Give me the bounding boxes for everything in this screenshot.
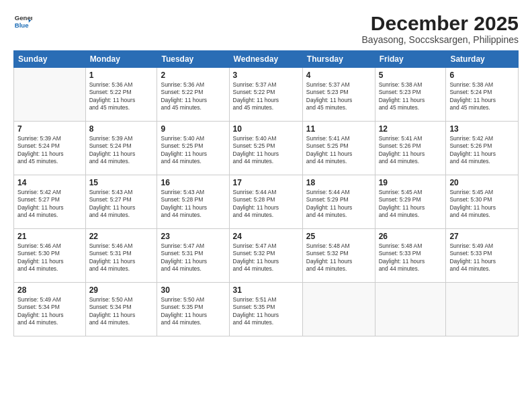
col-friday: Friday [375,51,446,68]
table-row: 19Sunrise: 5:45 AM Sunset: 5:29 PM Dayli… [375,175,446,229]
day-number: 13 [449,124,515,134]
col-sunday: Sunday [14,51,86,68]
day-info: Sunrise: 5:46 AM Sunset: 5:31 PM Dayligh… [89,242,154,273]
day-number: 16 [161,178,225,187]
table-row: 8Sunrise: 5:39 AM Sunset: 5:24 PM Daylig… [85,122,157,175]
calendar-week-row: 28Sunrise: 5:49 AM Sunset: 5:34 PM Dayli… [14,283,519,336]
day-info: Sunrise: 5:47 AM Sunset: 5:32 PM Dayligh… [233,242,299,273]
table-row: 17Sunrise: 5:44 AM Sunset: 5:28 PM Dayli… [229,175,302,229]
day-info: Sunrise: 5:51 AM Sunset: 5:35 PM Dayligh… [233,296,299,327]
table-row: 14Sunrise: 5:42 AM Sunset: 5:27 PM Dayli… [14,175,86,229]
day-number: 22 [89,232,154,241]
day-number: 11 [306,124,371,134]
calendar-week-row: 1Sunrise: 5:36 AM Sunset: 5:22 PM Daylig… [14,68,519,122]
table-row [14,68,86,122]
day-info: Sunrise: 5:41 AM Sunset: 5:26 PM Dayligh… [379,135,443,166]
day-number: 3 [233,71,299,80]
day-number: 12 [379,124,443,134]
day-info: Sunrise: 5:45 AM Sunset: 5:30 PM Dayligh… [449,189,515,220]
table-row: 27Sunrise: 5:49 AM Sunset: 5:33 PM Dayli… [446,229,519,283]
day-info: Sunrise: 5:48 AM Sunset: 5:32 PM Dayligh… [306,242,371,273]
logo: General Blue [13,12,32,31]
month-title: December 2025 [362,12,519,34]
day-number: 29 [89,285,154,295]
header: General Blue December 2025 Bayasong, Soc… [13,12,519,45]
table-row: 15Sunrise: 5:43 AM Sunset: 5:27 PM Dayli… [85,175,157,229]
table-row: 12Sunrise: 5:41 AM Sunset: 5:26 PM Dayli… [375,122,446,175]
table-row: 4Sunrise: 5:37 AM Sunset: 5:23 PM Daylig… [302,68,375,122]
day-number: 10 [233,124,299,134]
day-info: Sunrise: 5:41 AM Sunset: 5:25 PM Dayligh… [306,135,371,166]
day-info: Sunrise: 5:49 AM Sunset: 5:33 PM Dayligh… [449,242,515,273]
day-number: 6 [449,71,515,80]
day-number: 5 [379,71,443,80]
page: General Blue December 2025 Bayasong, Soc… [0,0,532,411]
day-info: Sunrise: 5:36 AM Sunset: 5:22 PM Dayligh… [161,81,225,112]
day-info: Sunrise: 5:43 AM Sunset: 5:28 PM Dayligh… [161,189,225,220]
table-row: 21Sunrise: 5:46 AM Sunset: 5:30 PM Dayli… [14,229,86,283]
table-row: 11Sunrise: 5:41 AM Sunset: 5:25 PM Dayli… [302,122,375,175]
logo-icon: General Blue [13,12,32,31]
table-row: 23Sunrise: 5:47 AM Sunset: 5:31 PM Dayli… [157,229,229,283]
day-number: 9 [161,124,225,134]
day-number: 15 [89,178,154,187]
day-number: 7 [17,124,82,134]
title-block: December 2025 Bayasong, Soccsksargen, Ph… [362,12,519,45]
day-info: Sunrise: 5:36 AM Sunset: 5:22 PM Dayligh… [89,81,154,112]
day-info: Sunrise: 5:42 AM Sunset: 5:27 PM Dayligh… [17,189,82,220]
day-number: 4 [306,71,371,80]
day-number: 28 [17,285,82,295]
table-row: 29Sunrise: 5:50 AM Sunset: 5:34 PM Dayli… [85,283,157,336]
table-row: 2Sunrise: 5:36 AM Sunset: 5:22 PM Daylig… [157,68,229,122]
day-info: Sunrise: 5:44 AM Sunset: 5:28 PM Dayligh… [233,189,299,220]
day-info: Sunrise: 5:48 AM Sunset: 5:33 PM Dayligh… [379,242,443,273]
calendar-week-row: 21Sunrise: 5:46 AM Sunset: 5:30 PM Dayli… [14,229,519,283]
day-info: Sunrise: 5:37 AM Sunset: 5:23 PM Dayligh… [306,81,371,112]
table-row: 1Sunrise: 5:36 AM Sunset: 5:22 PM Daylig… [85,68,157,122]
day-number: 20 [449,178,515,187]
day-number: 14 [17,178,82,187]
day-info: Sunrise: 5:39 AM Sunset: 5:24 PM Dayligh… [17,135,82,166]
col-monday: Monday [85,51,157,68]
day-info: Sunrise: 5:49 AM Sunset: 5:34 PM Dayligh… [17,296,82,327]
table-row [375,283,446,336]
day-info: Sunrise: 5:37 AM Sunset: 5:22 PM Dayligh… [233,81,299,112]
table-row: 16Sunrise: 5:43 AM Sunset: 5:28 PM Dayli… [157,175,229,229]
day-info: Sunrise: 5:42 AM Sunset: 5:26 PM Dayligh… [449,135,515,166]
table-row: 26Sunrise: 5:48 AM Sunset: 5:33 PM Dayli… [375,229,446,283]
day-info: Sunrise: 5:39 AM Sunset: 5:24 PM Dayligh… [89,135,154,166]
table-row: 30Sunrise: 5:50 AM Sunset: 5:35 PM Dayli… [157,283,229,336]
table-row: 24Sunrise: 5:47 AM Sunset: 5:32 PM Dayli… [229,229,302,283]
day-number: 27 [449,232,515,241]
table-row: 6Sunrise: 5:38 AM Sunset: 5:24 PM Daylig… [446,68,519,122]
day-number: 1 [89,71,154,80]
table-row: 3Sunrise: 5:37 AM Sunset: 5:22 PM Daylig… [229,68,302,122]
day-info: Sunrise: 5:50 AM Sunset: 5:35 PM Dayligh… [161,296,225,327]
day-number: 21 [17,232,82,241]
day-info: Sunrise: 5:40 AM Sunset: 5:25 PM Dayligh… [161,135,225,166]
calendar-week-row: 7Sunrise: 5:39 AM Sunset: 5:24 PM Daylig… [14,122,519,175]
day-info: Sunrise: 5:44 AM Sunset: 5:29 PM Dayligh… [306,189,371,220]
day-info: Sunrise: 5:45 AM Sunset: 5:29 PM Dayligh… [379,189,443,220]
table-row: 5Sunrise: 5:38 AM Sunset: 5:23 PM Daylig… [375,68,446,122]
day-info: Sunrise: 5:50 AM Sunset: 5:34 PM Dayligh… [89,296,154,327]
table-row: 13Sunrise: 5:42 AM Sunset: 5:26 PM Dayli… [446,122,519,175]
svg-text:Blue: Blue [15,21,29,29]
day-number: 8 [89,124,154,134]
table-row [302,283,375,336]
table-row: 25Sunrise: 5:48 AM Sunset: 5:32 PM Dayli… [302,229,375,283]
day-number: 2 [161,71,225,80]
day-number: 17 [233,178,299,187]
location: Bayasong, Soccsksargen, Philippines [362,34,519,45]
day-number: 18 [306,178,371,187]
table-row: 20Sunrise: 5:45 AM Sunset: 5:30 PM Dayli… [446,175,519,229]
table-row: 7Sunrise: 5:39 AM Sunset: 5:24 PM Daylig… [14,122,86,175]
col-saturday: Saturday [446,51,519,68]
day-info: Sunrise: 5:38 AM Sunset: 5:23 PM Dayligh… [379,81,443,112]
day-number: 30 [161,285,225,295]
table-row [446,283,519,336]
day-info: Sunrise: 5:38 AM Sunset: 5:24 PM Dayligh… [449,81,515,112]
col-tuesday: Tuesday [157,51,229,68]
table-row: 28Sunrise: 5:49 AM Sunset: 5:34 PM Dayli… [14,283,86,336]
day-info: Sunrise: 5:40 AM Sunset: 5:25 PM Dayligh… [233,135,299,166]
